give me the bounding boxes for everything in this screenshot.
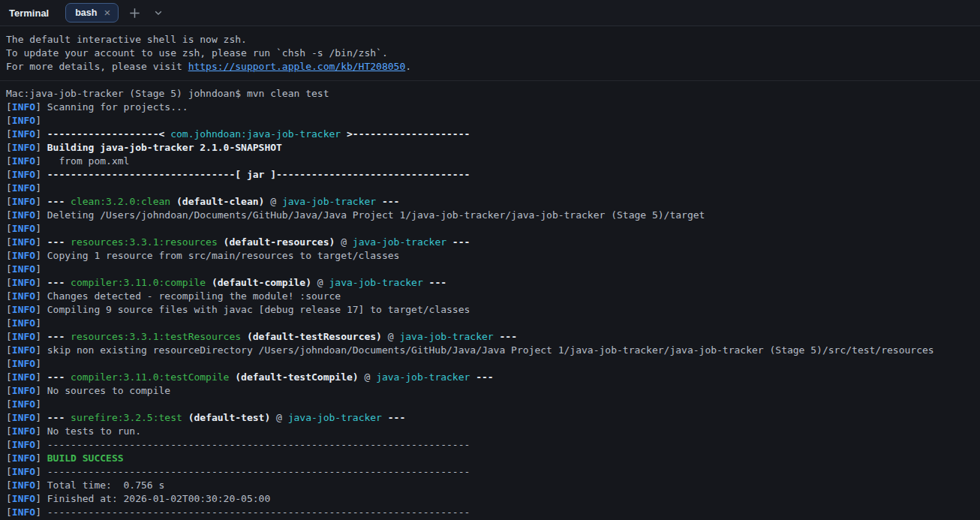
terminal-text: [ <box>6 223 12 234</box>
terminal-line: [INFO] ---------------------------------… <box>6 506 974 519</box>
terminal-text: INFO <box>12 358 35 369</box>
terminal-text: ] <box>35 479 47 491</box>
new-terminal-button[interactable] <box>126 5 143 22</box>
terminal-panel-header: Terminal bash × <box>0 0 980 26</box>
terminal-text: [ <box>6 466 12 477</box>
terminal-text: ] <box>35 425 47 437</box>
terminal-text: INFO <box>12 331 35 342</box>
terminal-text: ] <box>35 182 47 194</box>
terminal-text: ] <box>35 317 47 329</box>
terminal-line: [INFO] -------------------< com.johndoan… <box>6 128 974 141</box>
terminal-text: ] <box>35 304 47 315</box>
terminal-text: INFO <box>12 344 35 356</box>
terminal-text: --- <box>382 412 405 423</box>
terminal-text: BUILD SUCCESS <box>47 452 124 464</box>
terminal-text: INFO <box>12 209 35 221</box>
terminal-text: >-------------------- <box>341 128 470 140</box>
terminal-text: java-job-tracker <box>353 236 446 248</box>
terminal-line: For more details, please visit https://s… <box>6 60 974 74</box>
terminal-text: ] <box>35 236 47 248</box>
terminal-text: INFO <box>12 398 35 410</box>
terminal-text: --- <box>47 331 71 342</box>
terminal-text: [ <box>6 479 12 491</box>
terminal-text: [ <box>6 182 12 194</box>
terminal-tab-bash[interactable]: bash × <box>65 3 119 23</box>
terminal-text: [ <box>6 290 12 302</box>
terminal-text: compiler:3.11.0:testCompile <box>71 371 229 383</box>
terminal-text: Changes detected - recompiling the modul… <box>47 290 341 302</box>
terminal-text: ] <box>35 385 47 396</box>
terminal-line: [INFO] Finished at: 2026-01-02T00:30:20-… <box>6 492 974 506</box>
terminal-text: ] <box>35 439 47 450</box>
terminal-text: resources:3.3.1:testResources <box>71 331 241 342</box>
terminal-text: (default-testResources) <box>247 331 382 342</box>
terminal-text: ] <box>35 371 47 383</box>
terminal-text: [ <box>6 155 12 167</box>
terminal-line: [INFO] <box>6 357 974 371</box>
terminal-text: INFO <box>12 439 35 450</box>
terminal-text: skip non existing resourceDirectory /Use… <box>47 344 934 356</box>
terminal-text: --- <box>376 196 399 207</box>
terminal-text: Scanning for projects... <box>47 101 188 113</box>
terminal-text: INFO <box>12 479 35 491</box>
terminal-text: ----------------------------------------… <box>47 466 470 477</box>
terminal-line: To update your account to use zsh, pleas… <box>6 47 974 60</box>
terminal-line: [INFO] Changes detected - recompiling th… <box>6 290 974 303</box>
terminal-line: [INFO] ---------------------------------… <box>6 465 974 479</box>
terminal-text <box>206 277 212 288</box>
terminal-text: INFO <box>12 506 35 518</box>
terminal-text: ] <box>35 466 47 477</box>
terminal-text: [ <box>6 371 12 383</box>
support-link[interactable]: https://support.apple.com/kb/HT208050 <box>188 61 406 72</box>
terminal-text <box>241 331 247 342</box>
terminal-text: The default interactive shell is now zsh… <box>6 34 247 45</box>
terminal-text: [ <box>6 236 12 248</box>
terminal-text: --- <box>494 331 517 342</box>
terminal-line: The default interactive shell is now zsh… <box>6 33 974 47</box>
terminal-line: [INFO] ---------------------------------… <box>6 438 974 452</box>
terminal-text: (default-resources) <box>224 236 335 248</box>
terminal-text: Finished at: 2026-01-02T00:30:20-05:00 <box>47 493 270 504</box>
terminal-text: [ <box>6 439 12 450</box>
terminal-dropdown-button[interactable] <box>151 5 166 20</box>
terminal-text: @ <box>264 196 281 207</box>
terminal-text: resources:3.3.1:resources <box>71 236 218 248</box>
terminal-line: [INFO] Scanning for projects... <box>6 101 974 114</box>
terminal-text: Copying 1 resource from src/main/resourc… <box>47 250 400 261</box>
terminal-text: INFO <box>12 304 35 315</box>
terminal-output[interactable]: The default interactive shell is now zsh… <box>0 26 980 520</box>
terminal-text: @ <box>335 236 352 248</box>
terminal-text: INFO <box>12 115 35 126</box>
terminal-text: @ <box>359 371 376 383</box>
terminal-text: --- <box>47 371 71 383</box>
terminal-line: [INFO] Building java-job-tracker 2.1.0-S… <box>6 141 974 155</box>
terminal-text: java-job-tracker <box>282 196 376 207</box>
terminal-text: [ <box>6 425 12 437</box>
terminal-text: ] <box>35 223 47 234</box>
terminal-text: -------------------< <box>47 128 170 140</box>
terminal-text: from pom.xml <box>47 155 130 167</box>
terminal-text: ----------------------------------------… <box>47 506 470 518</box>
terminal-text: @ <box>311 277 329 288</box>
terminal-text: ----------------------------------------… <box>47 439 470 450</box>
terminal-text: [ <box>6 493 12 504</box>
terminal-text: INFO <box>12 290 35 302</box>
terminal-text: ] <box>35 250 47 261</box>
terminal-text: (default-clean) <box>176 196 264 207</box>
terminal-text: ] <box>35 196 47 207</box>
terminal-line: [INFO] <box>6 317 974 330</box>
terminal-text: [ <box>6 196 12 207</box>
terminal-text: --- <box>423 277 446 288</box>
terminal-text: [ <box>6 452 12 464</box>
terminal-line: [INFO] No tests to run. <box>6 425 974 438</box>
terminal-text: java-job-tracker <box>376 371 470 383</box>
terminal-line: [INFO] <box>6 182 974 195</box>
terminal-text: INFO <box>12 196 35 207</box>
terminal-text: [ <box>6 506 12 518</box>
terminal-text: ] <box>35 398 47 410</box>
terminal-text: For more details, please visit <box>6 61 188 72</box>
terminal-text: clean:3.2.0:clean <box>71 196 170 207</box>
terminal-text: INFO <box>12 155 35 167</box>
close-icon[interactable]: × <box>104 7 110 18</box>
terminal-text <box>218 236 224 248</box>
